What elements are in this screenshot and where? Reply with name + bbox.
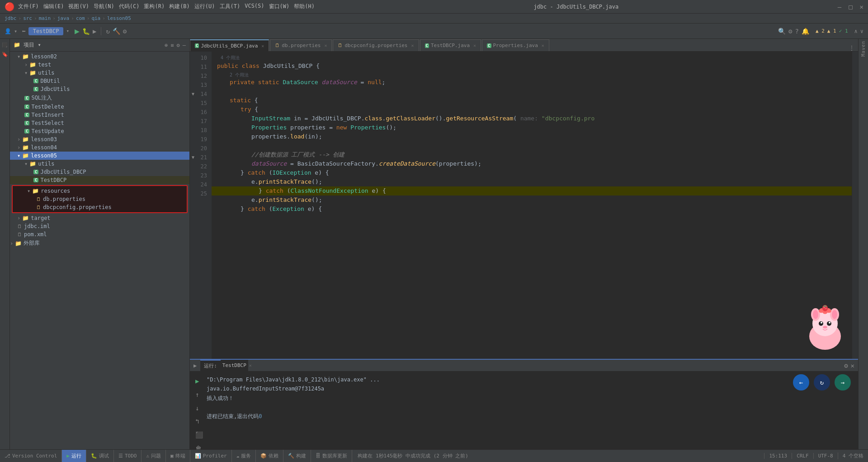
tab-dbcpconfig[interactable]: 🗒 dbcpconfig.properties ✕ (333, 39, 419, 51)
statusbar-run[interactable]: ▶ 运行 (62, 450, 86, 462)
sidebar-settings-icon[interactable]: ⚙ (177, 42, 180, 48)
gear-icon[interactable]: ⚙ (844, 362, 848, 369)
run-side-wrap[interactable]: ↰ (195, 416, 203, 427)
statusbar-db-update[interactable]: 🗄 数据库更新 (311, 450, 352, 462)
maven-label[interactable]: Maven (861, 41, 866, 57)
tree-item-external-libs[interactable]: › 📁 外部库 (10, 238, 189, 248)
tree-item-testselect[interactable]: C TestSelect (10, 119, 189, 127)
breadcrumb-src[interactable]: src (23, 15, 32, 21)
settings-icon[interactable]: ⚙ (788, 28, 792, 35)
close-tab-icon4[interactable]: ✕ (473, 43, 476, 48)
close-button[interactable]: ✕ (860, 3, 863, 10)
back-button[interactable]: ⬅ (22, 28, 25, 35)
code-content[interactable]: 4 个用法 public class JdbcUtils_DBCP { 2 个用… (212, 52, 852, 359)
tree-item-sql[interactable]: C SQL注入 (10, 93, 189, 103)
tree-item-lesson05[interactable]: ▾ 📁 lesson05 (10, 152, 189, 160)
breadcrumb-java[interactable]: java (57, 15, 70, 21)
statusbar-line-sep[interactable]: CRLF (792, 453, 813, 459)
maximize-button[interactable]: □ (849, 3, 852, 10)
statusbar-build[interactable]: 🔨 构建 (283, 450, 311, 462)
close-tab-icon5[interactable]: ✕ (542, 43, 544, 48)
close-run-tab[interactable]: ✕ (249, 363, 252, 368)
menu-item-文件(F)[interactable]: 文件(F) (18, 3, 39, 10)
close-tab-icon2[interactable]: ✕ (324, 43, 327, 48)
tree-item-jdbcutils-dbcp[interactable]: C JdbcUtils_DBCP (10, 168, 189, 176)
statusbar-problems[interactable]: ⚠ 问题 (142, 450, 166, 462)
close-bottom-panel-icon[interactable]: ✕ (851, 362, 854, 369)
run-config-label[interactable]: TestDBCP (28, 27, 64, 35)
close-tab-icon3[interactable]: ✕ (411, 43, 414, 48)
run-side-down[interactable]: ↓ (195, 403, 203, 414)
code-editor[interactable]: 10 11 12 13 ▼14 15 16 17 18 19 20 ▼21 22… (190, 52, 858, 359)
menu-item-工具(T)[interactable]: 工具(T) (220, 3, 241, 10)
statusbar-profiler[interactable]: 📊 Profiler (190, 450, 232, 462)
notifications-icon[interactable]: 🔔 (802, 28, 809, 35)
editor-scrollbar[interactable] (852, 52, 858, 359)
tree-item-lesson02[interactable]: ▾ 📁 lesson02 (10, 52, 189, 61)
structure-icon[interactable]: ⬛ (2, 43, 7, 48)
menu-item-编辑(E)[interactable]: 编辑(E) (43, 3, 64, 10)
bookmark-icon[interactable]: 🔖 (2, 52, 8, 57)
tree-item-testdbcp[interactable]: C TestDBCP (10, 176, 189, 184)
statusbar-encoding[interactable]: UTF-8 (813, 453, 838, 459)
statusbar-version-control[interactable]: ⎇ Version Control (0, 450, 62, 462)
run-side-up[interactable]: ↑ (195, 390, 203, 400)
build-button[interactable]: 🔨 (113, 28, 120, 35)
more-run-buttons[interactable]: ⚙ (123, 28, 127, 35)
run-side-play[interactable]: ▶ (195, 376, 203, 387)
tree-item-pom-xml[interactable]: 🗒 pom.xml (10, 230, 189, 238)
menu-item-构建(B)[interactable]: 构建(B) (169, 3, 190, 10)
statusbar-debug[interactable]: 🐛 调试 (86, 450, 114, 462)
menu-item-帮助(H)[interactable]: 帮助(H) (294, 3, 315, 10)
breadcrumb-main[interactable]: main (39, 15, 51, 21)
sidebar-collapse-icon[interactable]: ≡ (170, 42, 174, 48)
run-config-name[interactable]: TestDBCP (221, 360, 248, 372)
statusbar-todo[interactable]: ☰ TODO (114, 450, 142, 462)
tab-testdbcp[interactable]: C TestDBCP.java ✕ (420, 39, 481, 51)
tree-item-test[interactable]: › 📁 test (10, 61, 189, 69)
breadcrumb-qia[interactable]: qia (91, 15, 100, 21)
help-button[interactable]: ? (795, 28, 798, 35)
sync-button[interactable]: ↻ (106, 28, 109, 35)
tab-properties[interactable]: C Properties.java ✕ (482, 39, 549, 51)
tab-jdbcutils-dbcp[interactable]: C JdbcUtils_DBCP.java ✕ (190, 39, 269, 51)
window-controls[interactable]: — □ ✕ (838, 3, 863, 10)
collapse-icon[interactable]: ∧ (854, 28, 858, 34)
tree-item-utils[interactable]: ▾ 📁 utils (10, 69, 189, 77)
menu-item-视图(V)[interactable]: 视图(V) (68, 3, 89, 10)
debug-button[interactable]: 🐛 (82, 28, 90, 35)
tree-item-resources[interactable]: ▾ 📁 resources (13, 187, 187, 195)
statusbar-dependencies[interactable]: 📦 依赖 (256, 450, 283, 462)
run-side-clear[interactable]: 🗑 (195, 443, 203, 449)
tree-item-jdbcutils[interactable]: C JdbcUtils (10, 85, 189, 93)
breadcrumb-jdbc[interactable]: jdbc (5, 15, 17, 21)
tree-item-lesson04[interactable]: › 📁 lesson04 (10, 143, 189, 152)
statusbar-services[interactable]: ☁ 服务 (232, 450, 256, 462)
sidebar-minimize-icon[interactable]: — (183, 42, 186, 48)
tree-item-dbcpconfig-properties[interactable]: 🗒 dbcpconfig.properties (13, 203, 187, 211)
run-button[interactable]: ▶ (75, 26, 80, 36)
deco-circle-teal[interactable]: → (835, 374, 851, 391)
run-dropdown-arrow[interactable]: ▾ (66, 28, 69, 34)
tree-item-lesson03[interactable]: › 📁 lesson03 (10, 135, 189, 143)
tab-db-properties[interactable]: 🗒 db.properties ✕ (270, 39, 332, 51)
run-coverage-button[interactable]: ▶ (93, 28, 96, 35)
tree-item-target[interactable]: › 📁 target (10, 214, 189, 222)
tree-item-jdbc-iml[interactable]: 🗒 jdbc.iml (10, 222, 189, 230)
tree-item-dbutil[interactable]: C DBUtil (10, 77, 189, 85)
run-config-dropdown[interactable]: ▾ (14, 28, 17, 34)
breadcrumb-com[interactable]: com (76, 15, 85, 21)
tree-item-testdelete[interactable]: C TestDelete (10, 103, 189, 111)
minimize-button[interactable]: — (838, 3, 841, 10)
menu-item-VCS(S)[interactable]: VCS(S) (245, 3, 264, 10)
run-side-stop[interactable]: ⬛ (195, 430, 203, 441)
tree-item-db-properties[interactable]: 🗒 db.properties (13, 195, 187, 203)
sidebar-locate-icon[interactable]: ⊕ (165, 42, 168, 48)
expand-icon[interactable]: ∨ (860, 28, 863, 34)
search-icon[interactable]: 🔍 (778, 28, 786, 35)
deco-circle-blue[interactable]: ← (793, 374, 809, 391)
more-tabs-button[interactable]: ⋮ (845, 45, 858, 51)
statusbar-terminal[interactable]: ▣ 终端 (166, 450, 190, 462)
bottom-tab-run[interactable]: 运行: (200, 360, 221, 372)
statusbar-indent[interactable]: 4 个空格 (838, 452, 868, 459)
